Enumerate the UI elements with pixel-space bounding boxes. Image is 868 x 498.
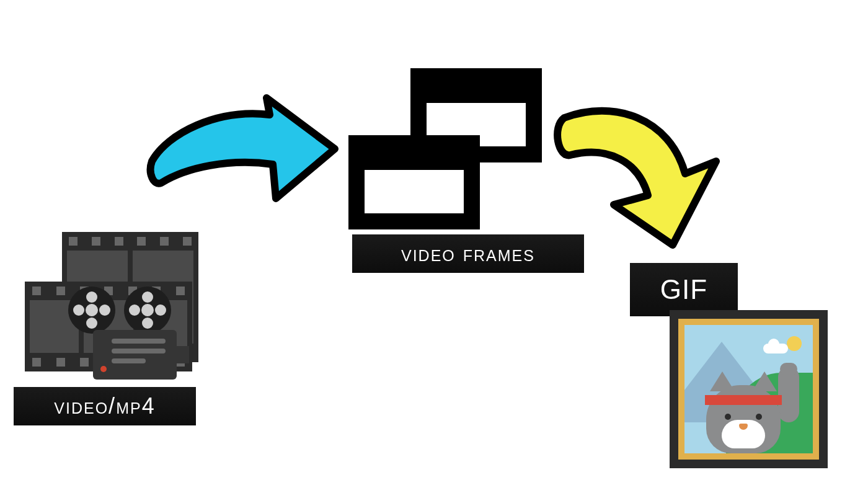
cat-arm — [778, 367, 799, 422]
arrow-curved-down-icon — [539, 93, 725, 279]
video-camera-body — [93, 330, 177, 380]
picture-scene — [684, 325, 813, 453]
arrow-right-icon — [143, 93, 341, 223]
film-projector-icon — [25, 232, 211, 387]
stage-label-video: video/mp4 — [14, 387, 196, 425]
framed-picture-icon — [670, 310, 828, 468]
stage-label-gif: GIF — [630, 263, 738, 316]
film-reel-right — [124, 287, 171, 334]
sun-icon — [787, 336, 802, 351]
window-front — [348, 135, 480, 229]
cat-muzzle — [722, 420, 765, 448]
cat-headband — [705, 395, 782, 405]
cat-character — [700, 360, 793, 453]
cat-head — [706, 385, 781, 453]
diagram-canvas: video/mp4 video frames GIF — [0, 0, 868, 498]
film-reel-left — [68, 287, 115, 334]
cloud-icon — [763, 344, 788, 353]
